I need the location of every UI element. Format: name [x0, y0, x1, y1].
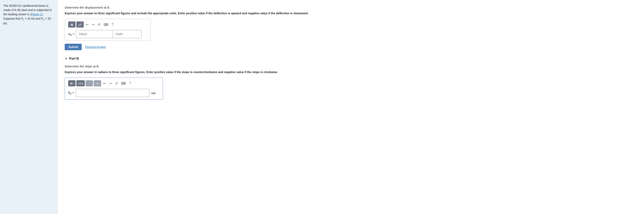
part-a-redo-icon[interactable]: ↪: [90, 22, 96, 27]
part-b-help-icon[interactable]: ?: [128, 81, 132, 86]
part-b-section: Determine the slope at B. Express your a…: [65, 65, 637, 100]
part-a-units-input[interactable]: [113, 30, 142, 38]
part-a-input-row: ΔB =: [68, 30, 147, 38]
part-b-vec-btn[interactable]: vec: [94, 80, 101, 86]
part-b-undo-icon[interactable]: ↩: [102, 81, 107, 86]
part-a-label: ΔB =: [68, 32, 74, 36]
part-b-redo-icon[interactable]: ↪: [108, 81, 113, 86]
part-a-help-icon[interactable]: ?: [110, 22, 115, 27]
part-a-answer-box: ▦ μÂ ↩ ↪ ↺ ⌨ ? ΔB =: [65, 19, 151, 41]
part-b-refresh-icon[interactable]: ↺: [114, 81, 119, 86]
sidebar-description: The W250×22 cantilevered beam is made of…: [3, 4, 54, 26]
part-b-collapse-arrow[interactable]: ▼: [65, 57, 68, 60]
part-b-label: θB =: [68, 91, 74, 95]
part-b-header: ▼ Part B: [65, 57, 637, 60]
part-a-instructions: Express your answer to three significant…: [65, 11, 637, 15]
part-b-arrow-btn[interactable]: ↕: [86, 80, 93, 86]
part-a-toolbar: ▦ μÂ ↩ ↪ ↺ ⌨ ?: [68, 21, 147, 28]
part-a-action-row: Submit Request Answer: [65, 44, 637, 50]
part-a-refresh-icon[interactable]: ↺: [96, 22, 102, 27]
part-b-unit-label: rad: [151, 91, 156, 95]
part-b-keyboard-icon[interactable]: ⌨: [120, 81, 127, 86]
part-b-title: Part B: [69, 57, 79, 60]
part-b-sigma-btn[interactable]: ΑΣφ: [76, 80, 85, 86]
part-a-determine-text: Determine the displacement at B.: [65, 6, 637, 9]
part-b-instructions: Express your answer in radians to three …: [65, 70, 637, 74]
part-b-theta-input[interactable]: [76, 89, 150, 97]
part-b-matrix-btn[interactable]: ▦√: [68, 80, 76, 86]
request-answer-link[interactable]: Request Answer: [85, 45, 106, 49]
part-b-input-row: θB = rad: [68, 89, 160, 97]
figure-link[interactable]: Figure 1: [31, 13, 42, 16]
part-a-section: Determine the displacement at B. Express…: [65, 6, 637, 50]
part-a-keyboard-icon[interactable]: ⌨: [102, 22, 110, 27]
part-a-matrix-btn[interactable]: ▦: [68, 21, 76, 28]
sidebar: The W250×22 cantilevered beam is made of…: [0, 0, 57, 214]
part-b-toolbar: ▦√ ΑΣφ ↕ vec ↩ ↪ ↺ ⌨ ?: [68, 80, 160, 86]
submit-button[interactable]: Submit: [65, 44, 82, 50]
part-a-undo-icon[interactable]: ↩: [84, 22, 90, 27]
part-a-mu-btn[interactable]: μÂ: [76, 21, 84, 28]
part-b-determine-text: Determine the slope at B.: [65, 65, 637, 68]
part-a-value-input[interactable]: [76, 30, 113, 38]
main-content: Determine the displacement at B. Express…: [57, 0, 644, 214]
part-b-answer-box: ▦√ ΑΣφ ↕ vec ↩ ↪ ↺ ⌨ ? θB: [65, 78, 163, 100]
